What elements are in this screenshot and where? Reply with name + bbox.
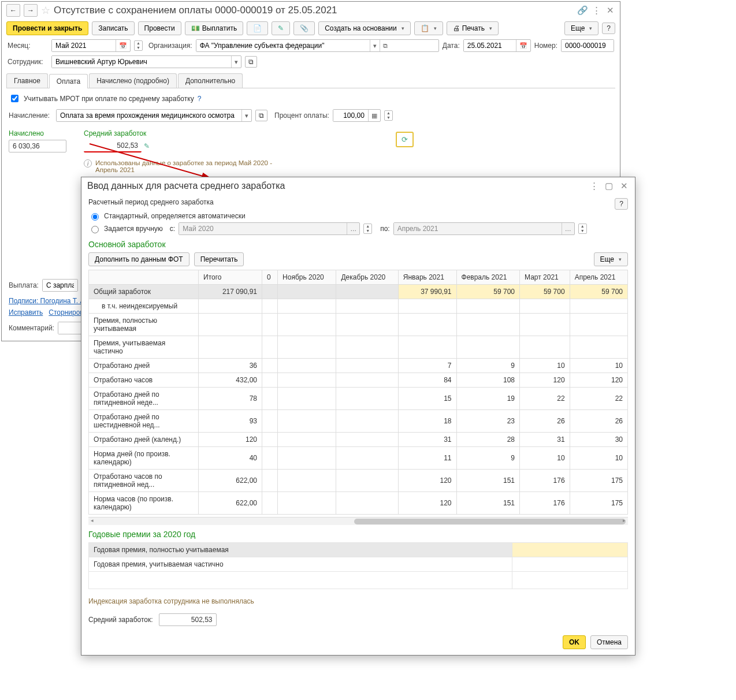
month-field[interactable]: 📅 <box>51 39 131 52</box>
close-icon[interactable]: ✕ <box>605 5 615 16</box>
employee-label: Сотрудник: <box>8 58 48 66</box>
open-icon[interactable]: ⧉ <box>245 56 257 68</box>
print-button[interactable]: 🖨Печать <box>447 21 499 35</box>
month-stepper[interactable]: ▲▼ <box>134 40 143 51</box>
mrot-checkbox[interactable] <box>11 95 18 102</box>
dialog-title: Ввод данных для расчета среднего заработ… <box>87 181 584 191</box>
employee-field[interactable]: ▾ <box>51 55 241 68</box>
copy-icon-button[interactable]: 📋 <box>414 21 443 35</box>
pencil-icon[interactable]: ✎ <box>144 142 150 150</box>
section-main: Основной заработок <box>88 240 628 249</box>
accrued-label: Начислено <box>9 129 66 137</box>
info-icon: i <box>84 159 92 167</box>
supplement-button[interactable]: Дополнить по данным ФОТ <box>88 252 189 266</box>
pay-button[interactable]: 💵Выплатить <box>185 21 244 35</box>
refresh-button[interactable]: ⟳ <box>396 132 414 147</box>
star-icon[interactable]: ☆ <box>41 4 50 17</box>
list-icon-button[interactable]: 📄 <box>247 21 268 35</box>
mrot-label: Учитывать МРОТ при оплате по среднему за… <box>24 95 194 103</box>
calc-icon[interactable]: ▦ <box>368 110 380 121</box>
avg-label: Средний заработок <box>84 129 292 137</box>
org-label: Организация: <box>148 42 192 50</box>
date-field[interactable]: 📅 <box>463 39 531 52</box>
number-field[interactable] <box>561 39 614 52</box>
org-field[interactable]: ▾ ⧉ <box>196 39 439 52</box>
accrued-value[interactable]: 6 030,36 <box>9 140 66 152</box>
info-text: Использованы данные о заработке за перио… <box>95 159 292 173</box>
to-field <box>394 223 562 234</box>
percent-label: Процент оплаты: <box>274 111 329 120</box>
payout-label: Выплата: <box>9 281 39 289</box>
post-close-button[interactable]: Провести и закрыть <box>6 21 88 35</box>
percent-field[interactable]: ▦ <box>333 109 381 122</box>
nav-forward[interactable]: → <box>24 4 38 17</box>
more-button[interactable]: Еще <box>564 21 599 35</box>
avg-value[interactable]: 502,53 <box>84 140 142 152</box>
accrual-label: Начисление: <box>9 111 53 120</box>
comment-label: Комментарий: <box>9 324 54 332</box>
help-link[interactable]: ? <box>198 95 202 103</box>
from-stepper: ▲▼ <box>363 224 372 234</box>
earnings-table[interactable]: Итого0Ноябрь 2020Декабрь 2020Январь 2021… <box>88 270 628 342</box>
to-stepper: ▲▼ <box>578 224 587 234</box>
menu-icon[interactable]: ⋮ <box>589 181 599 191</box>
edit-icon-button[interactable]: ✎ <box>272 21 290 35</box>
radio-auto[interactable] <box>91 213 99 221</box>
period-label: Расчетный период среднего заработка <box>88 198 214 206</box>
fix-link[interactable]: Исправить <box>9 308 43 317</box>
more-button[interactable]: Еще <box>594 252 628 266</box>
menu-icon[interactable]: ⋮ <box>591 5 601 16</box>
maximize-icon[interactable]: ▢ <box>604 181 614 191</box>
month-label: Месяц: <box>8 42 48 50</box>
tab-2[interactable]: Начислено (подробно) <box>89 73 177 88</box>
link-icon[interactable]: 🔗 <box>577 5 588 16</box>
open-icon[interactable]: ⧉ <box>380 40 391 51</box>
avg-earnings-dialog: Ввод данных для расчета среднего заработ… <box>81 177 635 342</box>
recalc-button[interactable]: Перечитать <box>194 252 244 266</box>
open-icon[interactable]: ⧉ <box>255 110 267 121</box>
payout-field[interactable] <box>42 279 78 292</box>
accrual-field[interactable]: ▾ <box>56 109 252 122</box>
tab-3[interactable]: Дополнительно <box>178 73 243 88</box>
post-button[interactable]: Провести <box>138 21 181 35</box>
date-label: Дата: <box>443 42 460 50</box>
calendar-icon[interactable]: 📅 <box>116 40 130 51</box>
from-field <box>179 223 347 234</box>
help-icon[interactable]: ? <box>615 198 628 210</box>
dropdown-icon[interactable]: ▾ <box>370 40 380 51</box>
signatures-link[interactable]: Подписи: Погодина Т. А <box>9 297 84 305</box>
tab-0[interactable]: Главное <box>6 73 48 88</box>
number-label: Номер: <box>534 42 557 50</box>
percent-stepper[interactable]: ▲▼ <box>384 110 393 121</box>
nav-back[interactable]: ← <box>6 4 20 17</box>
radio-manual[interactable] <box>91 226 99 233</box>
attach-icon-button[interactable]: 📎 <box>293 21 315 35</box>
tab-1[interactable]: Оплата <box>49 74 88 88</box>
create-based-button[interactable]: Создать на основании <box>318 21 411 35</box>
window-title: Отсутствие с сохранением оплаты 0000-000… <box>54 5 574 16</box>
dropdown-icon[interactable]: ▾ <box>231 56 241 68</box>
write-button[interactable]: Записать <box>92 21 134 35</box>
dropdown-icon[interactable]: ▾ <box>241 110 251 121</box>
close-icon[interactable]: ✕ <box>619 181 629 191</box>
calendar-icon[interactable]: 📅 <box>516 40 530 51</box>
help-icon[interactable]: ? <box>602 23 615 34</box>
